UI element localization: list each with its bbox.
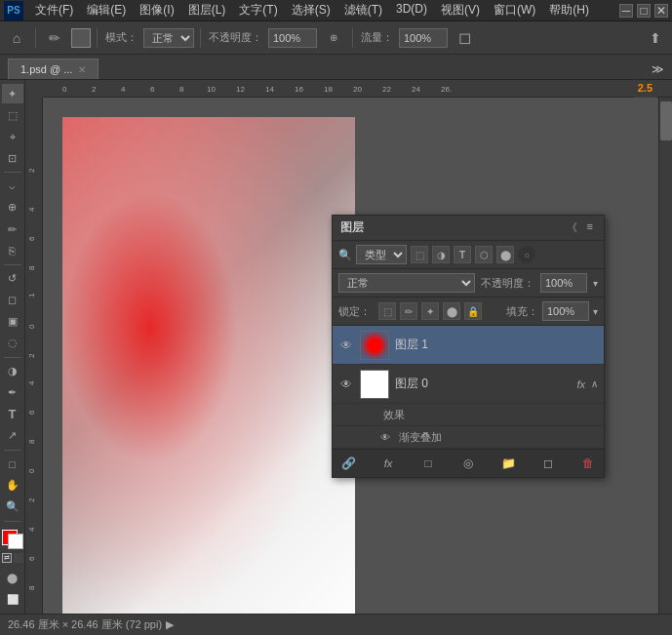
shape-tool[interactable]: □ [2,455,23,474]
flow-input[interactable] [399,28,448,48]
path-tool[interactable]: ↗ [2,426,23,446]
layer-expand-btn[interactable]: ∧ [591,378,598,389]
panel-collapse-btn[interactable]: 《 [564,219,580,236]
opacity-dropdown-icon[interactable]: ▾ [593,278,598,289]
filter-adjust-btn[interactable]: ◑ [432,246,450,263]
scrollbar-thumb[interactable] [660,101,672,140]
lock-paint-btn[interactable]: ✏ [400,302,417,320]
stamp-tool[interactable]: ⎘ [2,241,23,260]
minimize-btn[interactable]: ─ [619,4,633,18]
menu-window[interactable]: 窗口(W) [488,0,541,20]
opacity-input[interactable] [540,273,587,293]
menu-image[interactable]: 图像(I) [134,0,179,20]
home-btn[interactable]: ⌂ [4,25,29,51]
layer-item[interactable]: 👁 图层 0 fx ∧ [333,365,604,404]
menu-view[interactable]: 视图(V) [435,0,486,20]
brush-tool[interactable]: ✏ [2,219,23,239]
tab-overflow-btn[interactable]: ≫ [652,62,664,79]
swap-colors-btn[interactable]: ⇄ [2,553,12,563]
mode-select[interactable]: 正常 [143,28,194,48]
text-tool[interactable]: T [2,405,23,424]
zoom-tool[interactable]: 🔍 [2,497,23,517]
flow-toggle-btn[interactable]: ◻ [452,25,477,51]
add-adjustment-btn[interactable]: ◎ [458,454,478,473]
menu-layer[interactable]: 图层(L) [182,0,232,20]
history-brush-tool[interactable]: ↺ [2,269,23,289]
svg-text:2: 2 [27,168,36,173]
ruler-left: 2 4 6 8 1 0 2 4 6 8 0 2 4 6 8 2 [25,98,43,614]
svg-text:0: 0 [27,468,36,473]
layer-thumbnail [360,331,389,360]
screen-mode-btn[interactable]: ⬜ [2,590,23,610]
new-group-btn[interactable]: 📁 [498,454,518,473]
brush-tool-btn[interactable]: ✏ [42,25,67,51]
pen-tool[interactable]: ✒ [2,383,23,403]
tabbar: 1.psd @ ... ✕ ≫ [0,55,672,80]
new-layer-btn[interactable]: ◻ [538,454,558,473]
tab-close-btn[interactable]: ✕ [78,64,86,75]
link-layers-btn[interactable]: 🔗 [338,454,358,473]
filter-pixel-btn[interactable]: ⬚ [411,246,428,263]
marquee-tool[interactable]: ⬚ [2,105,23,125]
menu-text[interactable]: 文字(T) [233,0,283,20]
scrollbar-vertical[interactable] [658,98,672,614]
filter-shape-btn[interactable]: ⬡ [475,246,493,263]
background-color[interactable] [8,534,23,549]
filter-text-btn[interactable]: T [454,246,471,263]
filter-smart-btn[interactable]: ⬤ [496,246,514,263]
crop-tool[interactable]: ⊡ [2,148,23,168]
heal-tool[interactable]: ⊕ [2,198,23,218]
gradient-tool[interactable]: ▣ [2,312,23,332]
fill-input[interactable] [542,301,589,321]
fill-dropdown-icon[interactable]: ▾ [593,306,598,317]
quick-mask-btn[interactable]: ⬤ [2,569,23,588]
menu-3d[interactable]: 3D(D) [390,0,433,20]
tool-sep-2 [4,264,21,265]
menu-edit[interactable]: 编辑(E) [81,0,132,20]
filter-type-select[interactable]: 类型 [356,245,407,264]
menu-help[interactable]: 帮助(H) [543,0,595,20]
svg-text:18: 18 [324,85,333,94]
svg-text:8: 8 [27,265,36,270]
hand-tool[interactable]: ✋ [2,476,23,496]
filter-toggle-btn[interactable]: ○ [518,246,535,263]
reset-colors-btn[interactable] [14,553,23,563]
eyedropper-tool[interactable]: ⌵ [2,177,23,196]
menu-filter[interactable]: 滤镜(T) [338,0,388,20]
dodge-tool[interactable]: ◑ [2,362,23,381]
layers-panel-header[interactable]: 图层 《 ≡ [333,216,604,241]
maximize-btn[interactable]: □ [637,4,651,18]
opacity-toggle-btn[interactable]: ⊕ [321,25,346,51]
close-btn[interactable]: ✕ [654,4,668,18]
add-fx-btn[interactable]: fx [378,454,398,473]
status-arrow-btn[interactable]: ▶ [166,618,174,631]
eraser-tool[interactable]: ◻ [2,291,23,310]
color-swatch[interactable] [2,530,23,549]
move-tool[interactable]: ✦ [2,84,23,103]
panel-menu-btn[interactable]: ≡ [584,219,596,236]
layer-visibility-eye[interactable]: 👁 [338,377,354,392]
lock-position-btn[interactable]: ✦ [421,302,439,320]
tool-sep-3 [4,357,21,358]
filter-icons-group: ⬚ ◑ T ⬡ ⬤ [411,246,514,263]
menu-file[interactable]: 文件(F) [29,0,79,20]
delete-layer-btn[interactable]: 🗑 [578,454,598,473]
blend-mode-select[interactable]: 正常 [338,273,475,293]
brush-preset-btn[interactable] [71,28,91,48]
share-btn[interactable]: ⬆ [643,25,668,51]
effect-group-name: 效果 [383,408,405,422]
lasso-tool[interactable]: ⌖ [2,127,23,146]
blur-tool[interactable]: ◌ [2,334,23,353]
filter-search-icon: 🔍 [338,249,352,261]
layer-visibility-eye[interactable]: 👁 [338,337,354,353]
opacity-input[interactable] [268,28,317,48]
lock-transparent-btn[interactable]: ⬚ [378,302,396,320]
effect-visibility-eye[interactable]: 👁 [377,429,393,445]
add-mask-btn[interactable]: □ [418,454,438,473]
document-tab[interactable]: 1.psd @ ... ✕ [8,59,99,79]
menu-select[interactable]: 选择(S) [286,0,336,20]
layer-item[interactable]: 👁 图层 1 [333,326,604,365]
lock-artboard-btn[interactable]: ⬤ [443,302,460,320]
layer-effect-item[interactable]: 👁 渐变叠加 [333,426,604,449]
lock-all-btn[interactable]: 🔒 [464,302,482,320]
